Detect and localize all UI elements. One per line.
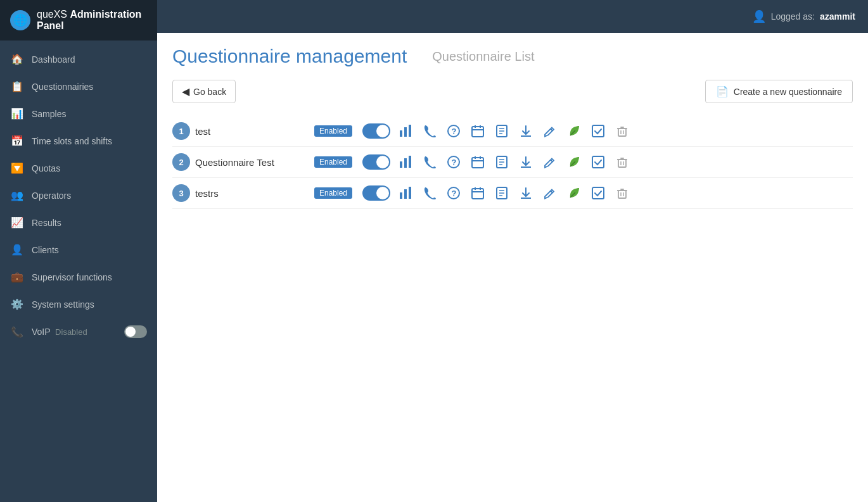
svg-rect-40 [400, 192, 402, 199]
sidebar-item-label: VoIP Disabled [32, 327, 87, 337]
leaf-icon[interactable] [565, 122, 583, 140]
calendar-icon[interactable] [469, 153, 487, 171]
enabled-toggle[interactable] [362, 185, 390, 201]
delete-icon[interactable] [613, 122, 631, 140]
stats-icon[interactable] [397, 153, 414, 171]
user-info: 👤 Logged as: azammit [752, 9, 855, 23]
status-badge: Enabled [314, 156, 352, 168]
voip-icon: 📞 [10, 326, 24, 338]
svg-rect-45 [472, 189, 483, 199]
sidebar-item-dashboard[interactable]: 🏠 Dashboard [0, 46, 157, 73]
phone-icon[interactable] [421, 153, 438, 171]
svg-rect-25 [472, 158, 483, 168]
questionnaire-name: test [195, 126, 309, 137]
enabled-toggle[interactable] [362, 154, 390, 170]
download-icon[interactable] [517, 184, 535, 202]
stats-icon[interactable] [397, 184, 414, 202]
table-row: 3 testrs Enabled ? [172, 178, 853, 209]
sidebar-item-quotas[interactable]: 🔽 Quotas [0, 154, 157, 182]
svg-line-14 [551, 129, 552, 131]
sidebar-item-label: Operators [32, 191, 71, 201]
settings-icon: ⚙️ [10, 298, 24, 310]
create-icon: 📄 [716, 85, 729, 97]
toolbar: ◀ Go back 📄 Create a new questionnaire [172, 80, 853, 103]
svg-text:?: ? [452, 158, 457, 167]
sidebar-item-operators[interactable]: 👥 Operators [0, 182, 157, 209]
svg-rect-42 [409, 187, 411, 199]
sidebar-item-label: Quotas [32, 163, 60, 173]
sidebar-item-supervisor[interactable]: 💼 Supervisor functions [0, 263, 157, 291]
dashboard-icon: 🏠 [10, 53, 24, 65]
operators-icon: 👥 [10, 189, 24, 201]
check-icon[interactable] [589, 184, 607, 202]
sidebar-item-samples[interactable]: 📊 Samples [0, 100, 157, 127]
phone-icon[interactable] [421, 184, 438, 202]
sidebar-header: 🌐 queXS Administration Panel [0, 0, 157, 41]
app-logo-icon: 🌐 [10, 10, 30, 30]
sidebar-item-label: Results [32, 218, 61, 228]
delete-icon[interactable] [613, 153, 631, 171]
svg-rect-55 [592, 187, 604, 199]
check-icon[interactable] [589, 122, 607, 140]
supervisor-icon: 💼 [10, 271, 24, 283]
table-row: 2 Questionnaire Test Enabled ? [172, 147, 853, 178]
delete-icon[interactable] [613, 184, 631, 202]
sidebar-item-clients[interactable]: 👤 Clients [0, 236, 157, 263]
edit-icon[interactable] [541, 122, 559, 140]
svg-rect-2 [409, 125, 411, 137]
svg-rect-22 [409, 156, 411, 168]
content-area: Questionnaire management Questionnaire L… [157, 33, 868, 502]
sidebar-item-questionnaires[interactable]: 📋 Questionnairies [0, 73, 157, 100]
svg-rect-41 [404, 189, 407, 199]
user-icon: 👤 [752, 9, 766, 23]
svg-rect-1 [404, 127, 407, 137]
svg-line-54 [551, 191, 552, 193]
edit-icon[interactable] [541, 153, 559, 171]
svg-rect-0 [400, 130, 402, 137]
help-icon[interactable]: ? [445, 184, 463, 202]
sidebar-item-label: Dashboard [32, 54, 75, 65]
samples-icon: 📊 [10, 108, 24, 120]
sidebar-item-timeslots[interactable]: 📅 Time slots and shifts [0, 127, 157, 154]
svg-line-34 [551, 160, 552, 162]
row-number: 1 [172, 122, 190, 140]
sidebar-item-label: Questionnairies [32, 82, 93, 92]
create-questionnaire-button[interactable]: 📄 Create a new questionnaire [705, 80, 853, 103]
voip-toggle[interactable] [124, 325, 147, 338]
table-row: 1 test Enabled ? [172, 116, 853, 147]
stats-icon[interactable] [397, 122, 414, 140]
phone-icon[interactable] [421, 122, 438, 140]
notes-icon[interactable] [493, 122, 511, 140]
status-badge: Enabled [314, 125, 352, 137]
edit-icon[interactable] [541, 184, 559, 202]
svg-text:?: ? [452, 189, 457, 198]
page-title: Questionnaire management [172, 46, 407, 67]
page-header: Questionnaire management Questionnaire L… [172, 46, 853, 67]
sidebar-item-settings[interactable]: ⚙️ System settings [0, 291, 157, 318]
help-icon[interactable]: ? [445, 153, 463, 171]
sidebar-item-voip[interactable]: 📞 VoIP Disabled [0, 318, 157, 346]
enabled-toggle[interactable] [362, 123, 390, 139]
back-button[interactable]: ◀ Go back [172, 80, 236, 103]
sidebar-item-label: System settings [32, 299, 94, 310]
svg-rect-36 [618, 160, 626, 167]
logged-as-label: Logged as: [771, 11, 815, 22]
results-icon: 📈 [10, 216, 24, 229]
calendar-icon[interactable] [469, 122, 487, 140]
download-icon[interactable] [517, 122, 535, 140]
leaf-icon[interactable] [565, 153, 583, 171]
check-icon[interactable] [589, 153, 607, 171]
sidebar-item-label: Clients [32, 245, 59, 255]
help-icon[interactable]: ? [445, 122, 463, 140]
questionnaire-table: 1 test Enabled ? [172, 116, 853, 209]
notes-icon[interactable] [493, 184, 511, 202]
notes-icon[interactable] [493, 153, 511, 171]
svg-text:?: ? [452, 127, 457, 136]
leaf-icon[interactable] [565, 184, 583, 202]
action-icons: ? [362, 122, 631, 140]
calendar-icon[interactable] [469, 184, 487, 202]
sidebar-item-results[interactable]: 📈 Results [0, 209, 157, 236]
app-title: queXS Administration Panel [37, 9, 147, 32]
download-icon[interactable] [517, 153, 535, 171]
row-number: 2 [172, 153, 190, 171]
